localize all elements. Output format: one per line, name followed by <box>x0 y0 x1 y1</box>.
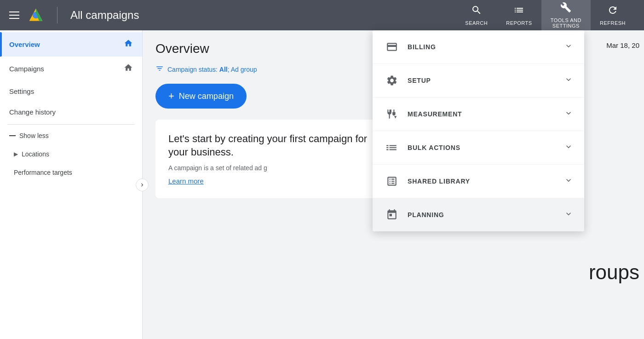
dropdown-item-measurement[interactable]: MEASUREMENT <box>373 98 584 131</box>
billing-icon <box>384 39 400 55</box>
measurement-icon <box>384 106 400 122</box>
campaigns-home-icon <box>124 63 133 75</box>
plus-icon: + <box>168 90 174 102</box>
bulk-actions-icon <box>384 139 400 156</box>
reports-label: REPORTS <box>506 20 532 26</box>
date-partial: Mar 18, 20 <box>606 41 644 49</box>
setup-label: SETUP <box>408 77 564 84</box>
learn-more-link[interactable]: Learn more <box>168 177 204 185</box>
tools-icon <box>560 2 571 16</box>
header-left: All campaigns <box>9 7 139 23</box>
promo-title: Let's start by creating your first campa… <box>168 132 373 159</box>
measurement-chevron-icon <box>564 109 573 120</box>
sidebar-label-overview: Overview <box>9 40 40 48</box>
sidebar-item-campaigns[interactable]: Campaigns <box>0 57 142 81</box>
refresh-label: REFRESH <box>600 20 626 26</box>
promo-description: A campaign is a set of related ad g <box>168 164 373 172</box>
sidebar-label-change-history: Change history <box>9 108 56 116</box>
search-label: SEARCH <box>465 20 488 26</box>
filter-label: Campaign status: <box>167 66 219 73</box>
filter-suffix: ; Ad group <box>228 66 257 73</box>
planning-chevron-icon <box>564 209 573 221</box>
show-less-label: Show less <box>19 132 49 139</box>
reports-action[interactable]: REPORTS <box>497 1 541 29</box>
refresh-icon <box>607 5 618 18</box>
planning-icon <box>384 207 400 223</box>
sidebar-item-settings[interactable]: Settings <box>0 81 142 102</box>
bulk-actions-chevron-icon <box>564 142 573 154</box>
search-icon <box>471 5 482 18</box>
new-campaign-button[interactable]: + New campaign <box>155 84 247 109</box>
header-actions: SEARCH REPORTS TOOLS ANDSETTINGS REFRESH <box>456 0 635 32</box>
tools-dropdown: BILLING SETUP MEASUREMENT BULK ACTIONS <box>373 30 584 231</box>
dropdown-item-bulk-actions[interactable]: BULK ACTIONS <box>373 131 584 165</box>
tools-action[interactable]: TOOLS ANDSETTINGS <box>541 0 591 32</box>
header-divider <box>57 7 58 23</box>
promo-card: Let's start by creating your first campa… <box>155 120 385 198</box>
sidebar-item-overview[interactable]: Overview <box>0 32 142 57</box>
dash-icon <box>9 135 16 136</box>
reports-icon <box>513 5 524 18</box>
filter-text: Campaign status: All; Ad group <box>167 66 257 73</box>
shared-library-label: SHARED LIBRARY <box>408 178 564 185</box>
logo-icon <box>28 7 44 23</box>
show-less-toggle[interactable]: Show less <box>0 126 142 145</box>
sidebar-item-performance-targets[interactable]: Performance targets <box>0 163 142 182</box>
dropdown-item-setup[interactable]: SETUP <box>373 64 584 98</box>
setup-chevron-icon <box>564 75 573 86</box>
sidebar-label-campaigns: Campaigns <box>9 65 44 73</box>
bulk-actions-label: BULK ACTIONS <box>408 144 564 151</box>
sidebar-label-locations: Locations <box>22 150 49 158</box>
overview-home-icon <box>124 39 133 50</box>
setup-icon <box>384 72 400 89</box>
header: All campaigns SEARCH REPORTS TOOLS ANDSE… <box>0 0 644 30</box>
measurement-label: MEASUREMENT <box>408 110 564 118</box>
filter-all: All <box>219 66 228 73</box>
sidebar-item-locations[interactable]: ▶ Locations <box>0 145 142 163</box>
sidebar-item-change-history[interactable]: Change history <box>0 102 142 122</box>
sidebar-label-settings: Settings <box>9 87 34 95</box>
new-campaign-label: New campaign <box>179 92 234 101</box>
page-title: All campaigns <box>70 9 139 22</box>
partial-text-groups: roups <box>589 261 644 284</box>
dropdown-item-billing[interactable]: BILLING <box>373 30 584 64</box>
locations-arrow-icon: ▶ <box>14 151 18 157</box>
tools-label: TOOLS ANDSETTINGS <box>551 17 581 29</box>
billing-label: BILLING <box>408 43 564 51</box>
refresh-action[interactable]: REFRESH <box>591 1 635 29</box>
billing-chevron-icon <box>564 41 573 53</box>
dropdown-item-shared-library[interactable]: SHARED LIBRARY <box>373 165 584 198</box>
sidebar-label-performance-targets: Performance targets <box>14 169 72 176</box>
sidebar-expand-button[interactable] <box>136 178 149 191</box>
sidebar: Overview Campaigns Settings Change histo… <box>0 30 143 339</box>
filter-icon <box>155 64 164 75</box>
search-action[interactable]: SEARCH <box>456 1 497 29</box>
sidebar-divider <box>7 124 135 125</box>
planning-label: PLANNING <box>408 211 564 218</box>
shared-library-icon <box>384 173 400 190</box>
hamburger-icon[interactable] <box>9 11 19 19</box>
shared-library-chevron-icon <box>564 176 573 187</box>
dropdown-item-planning[interactable]: PLANNING <box>373 198 584 231</box>
